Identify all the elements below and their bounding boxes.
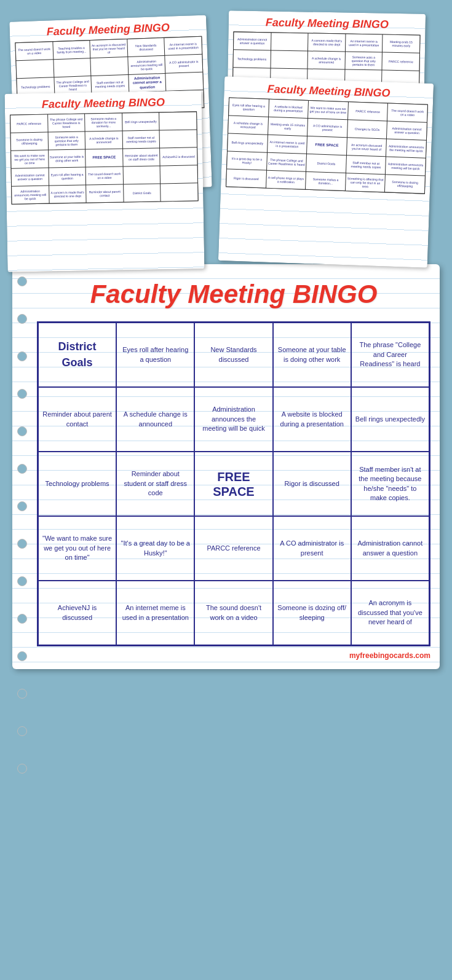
mini-cell: Someone makes a donation for more seriou… <box>85 113 122 131</box>
mini-cell: Someone is dozing off/sleeping <box>385 174 425 193</box>
mini-cell <box>161 165 197 183</box>
mini-cell: An acronym is discussed that you've neve… <box>90 39 128 58</box>
hole <box>17 314 27 324</box>
mini-cell: Staff member not at meeting needs copies <box>92 75 129 93</box>
mini-cell: The sound doesn't work on a video <box>15 42 53 60</box>
hole <box>17 651 27 661</box>
mini-cell: Something is affecting that can only be … <box>346 173 386 192</box>
mini-cell: Administration cannot answer a question <box>234 32 271 50</box>
mini-cell: Reminder about student on staff dress co… <box>123 148 160 166</box>
mini-cell: Someone asks a question that only pertai… <box>345 52 382 70</box>
mini-card-4: Faculty Meeting BINGO Eyes roll after he… <box>218 76 434 268</box>
mini-cell <box>16 60 54 78</box>
footer-url: myfreebingocards.com <box>37 651 430 660</box>
mini-cell: PARCC reference <box>348 102 388 120</box>
bingo-cell-new-standards: New Standards discussed <box>194 323 272 387</box>
hole <box>17 576 27 586</box>
bingo-cell: An acronym is discussed that you've neve… <box>351 581 429 645</box>
mini-cell: The phrase College and Career Readiness … <box>48 114 85 132</box>
mini-cell: Reminder about parent contact <box>86 184 123 202</box>
mini-cell <box>160 130 197 147</box>
mini-cell: The sound doesn't work on a video <box>86 167 123 184</box>
bingo-cell: "It's a great day to be a Husky!" <box>116 516 194 581</box>
mini-cell: PARCC reference <box>383 53 419 71</box>
mini-cell: Administration announces the meeting wil… <box>386 139 426 157</box>
mini-cell: Someone at your table is doing other wor… <box>49 150 85 168</box>
mini-cell: Bell rings unexpectedly <box>228 133 268 152</box>
mini-cell <box>166 73 204 91</box>
mini-cell: A CO administrator is present <box>165 55 203 73</box>
bingo-cell: The sound doesn't work on a video <box>194 581 272 645</box>
main-inner: Faculty Meeting BINGO District Goals Eye… <box>31 264 440 669</box>
mini-cell: The phrase College and Career Readiness … <box>267 153 307 171</box>
mini-cell: Administration cannot answer a question <box>12 168 49 186</box>
bingo-cell-parcc: PARCC reference <box>194 516 272 581</box>
mini-cell: Someone makes a donation... <box>306 172 346 190</box>
bingo-cell-bell-rings: Bell rings unexpectedly <box>351 387 429 452</box>
mini-cell: Someone is dozing off/sleeping <box>11 133 48 151</box>
mini-cell: District Goals <box>306 154 346 173</box>
hole <box>17 764 27 774</box>
mini-cell: A concern is made that's directed to one… <box>49 186 86 203</box>
mini-cell: A schedule change is announced <box>308 51 345 69</box>
mini-cell <box>54 58 91 77</box>
bingo-cell-tech-problems: Technology problems <box>38 452 116 516</box>
mini-cell: Someone asks a question that only pertai… <box>48 132 85 150</box>
mini-cell: A CO administrator is present <box>307 119 347 137</box>
bingo-cell: Administration announces the meeting wil… <box>194 387 272 452</box>
mini-cell <box>271 50 307 68</box>
mini-card-3-grid: PARCC reference The phrase College and C… <box>10 111 199 204</box>
mini-cell: Rigor is discussed <box>226 169 266 187</box>
mini-cell: FREE SPACE <box>85 149 122 167</box>
mini-cell: District Goals <box>124 184 161 202</box>
mini-cell: Eyes roll after hearing a question <box>49 168 85 186</box>
hole <box>17 351 27 361</box>
bingo-cell: A CO administrator is present <box>273 516 351 581</box>
bingo-cell: "We want to make sure we get you out of … <box>38 516 116 581</box>
mini-cell: Bell rings unexpectedly <box>122 112 159 130</box>
mini-cell: Eyes roll after hearing a question <box>229 98 269 116</box>
mini-cell: A concern made that's directed to one de… <box>308 33 345 51</box>
mini-card-3-title: Faculty Meeting BINGO <box>10 95 197 111</box>
mini-cell <box>271 33 308 50</box>
mini-cell: A website is blocked during a presentati… <box>269 100 309 118</box>
bingo-cell: An internet meme is used in a presentati… <box>116 581 194 645</box>
bingo-cell: Someone is dozing off/ sleeping <box>273 581 351 645</box>
mini-cell: AchieveNJ is discussed <box>160 147 197 165</box>
hole <box>17 539 27 549</box>
mini-cell: An internet meme is used in a presentati… <box>268 135 307 154</box>
mini-cell: Administration announces meeting will be… <box>128 56 165 74</box>
main-title: Faculty Meeting BINGO <box>37 280 430 309</box>
hole <box>17 501 27 511</box>
bingo-cell: Eyes roll after hearing a question <box>116 323 194 387</box>
mini-card-4-grid: Eyes roll after hearing a question A web… <box>226 97 428 194</box>
mini-cell: FREE SPACE <box>307 136 347 155</box>
bingo-cell: A website is blocked during a presentati… <box>273 387 351 452</box>
mini-cell: Teaching troubles a family from meeting.… <box>53 41 90 59</box>
hole <box>17 389 27 399</box>
mini-cell: PARCC reference <box>10 115 47 133</box>
bingo-cell-rigor: Rigor is discussed <box>273 452 351 516</box>
mini-cell <box>161 183 197 201</box>
mini-cell: New Standards discussed <box>127 38 165 57</box>
hole <box>17 726 27 736</box>
mini-cell: It's a great day to be a Husky! <box>227 151 267 170</box>
mini-cell: Meeting ends 15 minutes early <box>268 117 308 136</box>
mini-cell: A cell phone rings or plays a notificati… <box>266 171 306 189</box>
mini-cell: We want to make sure we get you out of h… <box>308 101 348 119</box>
bingo-cell: Someone at your table is doing other wor… <box>273 323 351 387</box>
bingo-cell-free-space: FREE SPACE <box>194 452 272 516</box>
bingo-cell: Reminder about student or staff dress co… <box>116 452 194 516</box>
hole <box>17 689 27 699</box>
mini-cell: Administration announces meeting will be… <box>386 157 426 175</box>
bingo-cell: The phrase "College and Career Readiness… <box>351 323 429 387</box>
mini-cell: An internet meme is used in a presentati… <box>346 34 383 52</box>
mini-cell: Meeting ends 15 minutes early <box>383 35 419 53</box>
mini-cell: Changes to SGOs <box>347 120 387 138</box>
bingo-cell: Administration cannot answer a question <box>351 516 429 581</box>
bingo-cell: A schedule change is announced <box>116 387 194 452</box>
mini-cell: An internet meme is used in a presentati… <box>165 37 202 55</box>
hole <box>17 464 27 474</box>
mini-cell <box>91 57 129 76</box>
mini-cell: Technology problems <box>234 50 271 68</box>
